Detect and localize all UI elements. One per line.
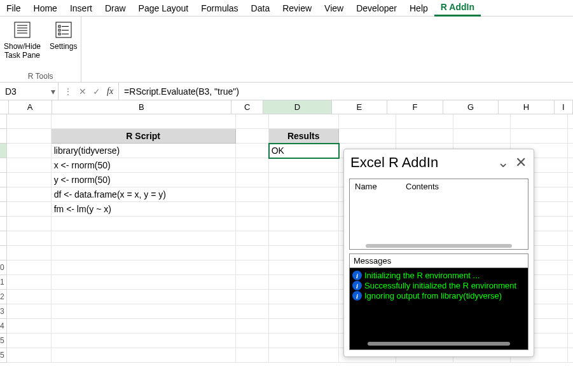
chevron-down-icon[interactable]: ▾	[51, 86, 55, 97]
cell-D14[interactable]	[269, 304, 339, 319]
scrollbar-thumb-icon[interactable]	[368, 342, 509, 346]
cell-A5[interactable]	[7, 173, 52, 187]
cell-C3[interactable]	[236, 144, 269, 158]
row-header-6[interactable]	[0, 187, 7, 202]
col-header-C[interactable]: C	[231, 100, 264, 114]
cell-I3[interactable]	[568, 144, 573, 158]
env-scrollbar[interactable]	[350, 243, 528, 249]
cell-C7[interactable]	[236, 202, 269, 217]
cell-H2[interactable]	[511, 129, 568, 144]
cell-D12[interactable]	[269, 275, 339, 290]
tab-draw[interactable]: Draw	[99, 1, 132, 16]
col-header-H[interactable]: H	[499, 100, 555, 114]
cell-A4[interactable]	[7, 158, 52, 173]
show-hide-task-pane-button[interactable]: Show/Hide Task Pane	[4, 19, 41, 71]
cell-A12[interactable]	[7, 275, 52, 290]
cell-I6[interactable]	[568, 187, 573, 202]
col-header-F[interactable]: F	[387, 100, 443, 114]
cell-A3[interactable]	[7, 144, 52, 158]
row-header-2[interactable]	[0, 129, 7, 144]
cell-D16[interactable]	[269, 334, 339, 348]
row-header-14[interactable]: 3	[0, 304, 7, 319]
cell-C17[interactable]	[236, 348, 269, 363]
cell-D3-active[interactable]: OK	[269, 144, 339, 158]
cell-C12[interactable]	[236, 275, 269, 290]
cell-I15[interactable]	[568, 319, 573, 334]
r-addin-task-pane[interactable]: Excel R AddIn ⌄ ✕ Name Contents Messages…	[343, 149, 534, 357]
cancel-icon[interactable]: ✕	[79, 86, 86, 97]
row-header-7[interactable]	[0, 202, 7, 217]
cell-I1[interactable]	[568, 114, 573, 129]
close-icon[interactable]: ✕	[514, 154, 527, 171]
cell-C10[interactable]	[236, 246, 269, 260]
cell-B17[interactable]	[52, 348, 236, 363]
cell-G2[interactable]	[453, 129, 511, 144]
messages-scrollbar[interactable]	[352, 341, 525, 347]
row-header-1[interactable]	[0, 114, 7, 129]
settings-button[interactable]: Settings	[50, 19, 77, 71]
cell-H1[interactable]	[511, 114, 568, 129]
cell-I13[interactable]	[568, 290, 573, 304]
cell-A8[interactable]	[7, 217, 52, 231]
row-header-17[interactable]: 5	[0, 348, 7, 363]
cell-I11[interactable]	[568, 260, 573, 275]
commit-icon[interactable]: ✓	[93, 86, 100, 97]
cell-F2[interactable]	[396, 129, 453, 144]
cell-C13[interactable]	[236, 290, 269, 304]
cell-I2[interactable]	[568, 129, 573, 144]
row-header-12[interactable]: 1	[0, 275, 7, 290]
environment-body[interactable]	[350, 194, 528, 243]
fx-icon[interactable]: fx	[107, 86, 113, 97]
cell-B10[interactable]	[52, 246, 236, 260]
cell-C11[interactable]	[236, 260, 269, 275]
cell-A10[interactable]	[7, 246, 52, 260]
row-header-9[interactable]	[0, 231, 7, 246]
cell-A7[interactable]	[7, 202, 52, 217]
cell-A1[interactable]	[7, 114, 52, 129]
cell-A2[interactable]	[7, 129, 52, 144]
row-header-10[interactable]	[0, 246, 7, 260]
cell-D17[interactable]	[269, 348, 339, 363]
cell-I8[interactable]	[568, 217, 573, 231]
cell-B2[interactable]: R Script	[52, 129, 236, 144]
row-header-3[interactable]	[0, 144, 7, 158]
cell-A15[interactable]	[7, 319, 52, 334]
cell-B14[interactable]	[52, 304, 236, 319]
tab-insert[interactable]: Insert	[64, 1, 99, 16]
tab-view[interactable]: View	[318, 1, 350, 16]
cell-A17[interactable]	[7, 348, 52, 363]
cell-D8[interactable]	[269, 217, 339, 231]
dots-icon[interactable]: ⋮	[64, 86, 72, 97]
col-header-I[interactable]: I	[555, 100, 573, 114]
cell-B11[interactable]	[52, 260, 236, 275]
cell-B9[interactable]	[52, 231, 236, 246]
cell-D6[interactable]	[269, 187, 339, 202]
cell-I5[interactable]	[568, 173, 573, 187]
tab-review[interactable]: Review	[276, 1, 318, 16]
cell-D5[interactable]	[269, 173, 339, 187]
row-header-5[interactable]	[0, 173, 7, 187]
cell-C4[interactable]	[236, 158, 269, 173]
col-header-B[interactable]: B	[52, 100, 231, 114]
scrollbar-thumb-icon[interactable]	[366, 244, 512, 248]
cell-C15[interactable]	[236, 319, 269, 334]
chevron-down-icon[interactable]: ⌄	[497, 154, 509, 171]
cell-I12[interactable]	[568, 275, 573, 290]
cell-B12[interactable]	[52, 275, 236, 290]
cell-D9[interactable]	[269, 231, 339, 246]
cell-C8[interactable]	[236, 217, 269, 231]
row-header-8[interactable]	[0, 217, 7, 231]
tab-data[interactable]: Data	[245, 1, 277, 16]
cell-D13[interactable]	[269, 290, 339, 304]
cell-C1[interactable]	[236, 114, 269, 129]
row-header-4[interactable]	[0, 158, 7, 173]
cell-G1[interactable]	[453, 114, 511, 129]
name-box[interactable]: D3 ▾	[0, 83, 59, 100]
row-header-16[interactable]: 5	[0, 334, 7, 348]
tab-developer[interactable]: Developer	[350, 1, 403, 16]
cell-I16[interactable]	[568, 334, 573, 348]
cell-C14[interactable]	[236, 304, 269, 319]
cell-B8[interactable]	[52, 217, 236, 231]
cell-C16[interactable]	[236, 334, 269, 348]
cell-C6[interactable]	[236, 187, 269, 202]
